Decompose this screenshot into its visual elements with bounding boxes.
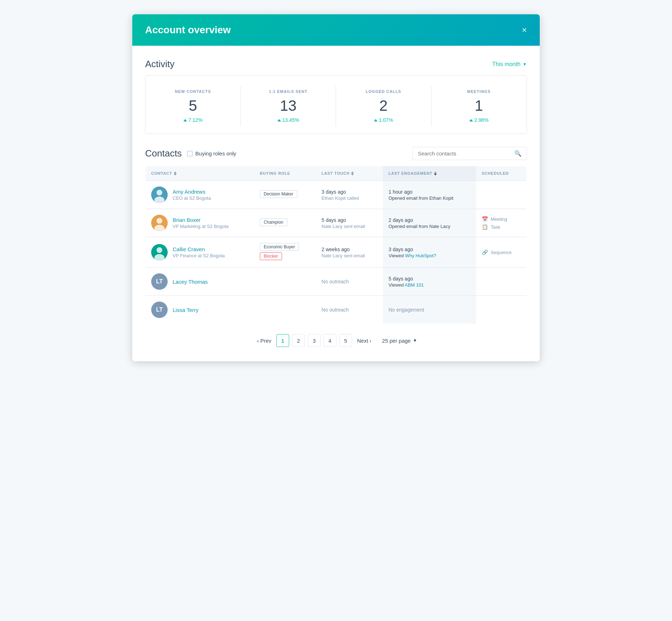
contacts-title-area: Contacts Buying roles only: [145, 148, 236, 159]
page-3-button[interactable]: 3: [308, 334, 321, 347]
table-row: Callie Craven VP Finance at S2 Bogota Ec…: [145, 237, 527, 268]
prev-button[interactable]: ‹ Prev: [255, 334, 273, 347]
per-page-arrow-icon: ▼: [413, 338, 417, 343]
page-2-button[interactable]: 2: [292, 334, 305, 347]
last-touch-detail-0: Ethan Kopit called: [322, 195, 377, 201]
contact-title-2: VP Finance at S2 Bogota: [173, 253, 225, 258]
contact-name-2[interactable]: Callie Craven: [173, 246, 205, 252]
buying-role-cell-2: Economic BuyerBlocker: [254, 237, 316, 268]
contact-name-1[interactable]: Brian Boxer: [173, 217, 201, 223]
no-outreach-3: No outreach: [322, 279, 349, 284]
period-selector[interactable]: This month ▼: [492, 61, 527, 68]
period-arrow-icon: ▼: [523, 62, 527, 67]
last-touch-time-0: 3 days ago: [322, 189, 377, 195]
contact-title-0: CEO at S2 Bogota: [173, 195, 211, 201]
stat-value-2: 2: [343, 97, 424, 114]
th-last-engagement[interactable]: LAST ENGAGEMENT: [383, 166, 476, 181]
scheduled-label-sequence: Sequence: [491, 250, 512, 255]
close-button[interactable]: ×: [522, 26, 527, 34]
last-engagement-cell-2: 3 days agoViewed Why HubSpot?: [383, 237, 476, 268]
search-box[interactable]: 🔍: [412, 147, 527, 160]
avatar-1: [151, 215, 168, 231]
up-arrow-icon-2: [374, 119, 377, 121]
last-engagement-cell-1: 2 days agoOpened email from Nate Lacy: [383, 209, 476, 237]
activity-title: Activity: [145, 59, 174, 70]
contact-name-0[interactable]: Amy Andrews: [173, 189, 206, 195]
prev-arrow-icon: ‹: [257, 338, 259, 344]
contact-title-1: VP Marketing at S2 Bogota: [173, 224, 229, 229]
contact-name-3[interactable]: Lacey Thomas: [173, 279, 208, 285]
up-arrow-icon-1: [277, 119, 281, 121]
scheduled-cell-4: [476, 296, 527, 324]
buying-roles-filter[interactable]: Buying roles only: [187, 150, 236, 157]
buying-role-badge-1: Champion: [260, 218, 287, 226]
buying-roles-checkbox[interactable]: [187, 151, 193, 157]
stat-label-1: 1:1 EMAILS SENT: [248, 89, 329, 94]
engagement-link-3[interactable]: ABM 101: [405, 282, 424, 288]
contact-cell-1: Brian Boxer VP Marketing at S2 Bogota: [145, 209, 254, 237]
pagination: ‹ Prev 1 2 3 4 5 Next › 25 per page ▼: [145, 324, 527, 353]
next-arrow-icon: ›: [370, 338, 371, 344]
page-5-button[interactable]: 5: [339, 334, 352, 347]
contact-name-4[interactable]: Lissa Terry: [173, 307, 198, 313]
last-touch-cell-1: 5 days ago Nate Lacy sent email: [316, 209, 383, 237]
sequence-icon: 🔗: [482, 249, 488, 255]
scheduled-item-meeting: 📅 Meeting: [482, 216, 521, 222]
search-icon: 🔍: [514, 150, 522, 157]
activity-stat-0: NEW CONTACTS 5 7.12%: [145, 86, 241, 126]
stat-label-3: MEETINGS: [439, 89, 520, 94]
scheduled-cell-0: [476, 181, 527, 209]
last-touch-time-2: 2 weeks ago: [322, 247, 377, 252]
contacts-table-body: Amy Andrews CEO at S2 Bogota Decision Ma…: [145, 181, 527, 324]
buying-role-badge-red-2: Blocker: [260, 252, 282, 260]
scheduled-item-task: 📋 Task: [482, 224, 521, 230]
scheduled-label-meeting: Meeting: [491, 217, 507, 222]
stat-value-0: 5: [153, 97, 233, 114]
activity-stat-3: MEETINGS 1 2.98%: [431, 86, 527, 126]
next-button[interactable]: Next ›: [355, 334, 374, 347]
scheduled-cell-1: 📅 Meeting 📋 Task: [476, 209, 527, 237]
contact-cell-2: Callie Craven VP Finance at S2 Bogota: [145, 237, 254, 268]
table-row: Amy Andrews CEO at S2 Bogota Decision Ma…: [145, 181, 527, 209]
page-4-button[interactable]: 4: [323, 334, 336, 347]
svg-point-7: [157, 247, 162, 253]
task-icon: 📋: [482, 224, 488, 230]
last-engagement-cell-4: No engagement: [383, 296, 476, 324]
contacts-section-header: Contacts Buying roles only 🔍: [145, 147, 527, 160]
no-outreach-4: No outreach: [322, 307, 349, 313]
up-arrow-icon-0: [183, 119, 187, 121]
last-touch-time-1: 5 days ago: [322, 217, 377, 223]
buying-role-badge-2: Economic Buyer: [260, 243, 299, 251]
last-touch-detail-1: Nate Lacy sent email: [322, 224, 377, 229]
scheduled-cell-2: 🔗 Sequence: [476, 237, 527, 268]
scheduled-item-sequence: 🔗 Sequence: [482, 249, 521, 255]
engagement-detail-1: Opened email from Nate Lacy: [389, 224, 470, 229]
activity-card: NEW CONTACTS 5 7.12% 1:1 EMAILS SENT 13 …: [145, 75, 527, 134]
modal-header: Account overview ×: [132, 14, 540, 46]
up-arrow-icon-3: [469, 119, 473, 121]
engagement-detail-0: Opened email from Ethan Kopit: [389, 195, 470, 201]
th-contact[interactable]: CONTACT: [145, 166, 254, 181]
activity-section-header: Activity This month ▼: [145, 59, 527, 70]
stat-change-2: 1.07%: [343, 117, 424, 123]
search-input[interactable]: [418, 150, 511, 157]
th-scheduled: SCHEDULED: [476, 166, 527, 181]
stat-change-0: 7.12%: [153, 117, 233, 123]
engagement-link-2[interactable]: Why HubSpot?: [405, 253, 436, 258]
scheduled-items-2: 🔗 Sequence: [482, 249, 521, 255]
table-row: Brian Boxer VP Marketing at S2 Bogota Ch…: [145, 209, 527, 237]
per-page-selector[interactable]: 25 per page ▼: [382, 338, 417, 344]
buying-role-cell-0: Decision Maker: [254, 181, 316, 209]
last-touch-sort-icon: [351, 172, 354, 175]
contact-cell-0: Amy Andrews CEO at S2 Bogota: [145, 181, 254, 209]
page-1-button[interactable]: 1: [276, 334, 289, 347]
scheduled-label-task: Task: [491, 224, 500, 230]
th-last-touch[interactable]: LAST TOUCH: [316, 166, 383, 181]
modal-title: Account overview: [145, 24, 231, 36]
th-buying-role: BUYING ROLE: [254, 166, 316, 181]
stat-label-2: LOGGED CALLS: [343, 89, 424, 94]
buying-role-badge-0: Decision Maker: [260, 190, 297, 198]
avatar-2: [151, 244, 168, 260]
no-engagement-4: No engagement: [389, 307, 424, 313]
next-label: Next: [357, 338, 368, 344]
